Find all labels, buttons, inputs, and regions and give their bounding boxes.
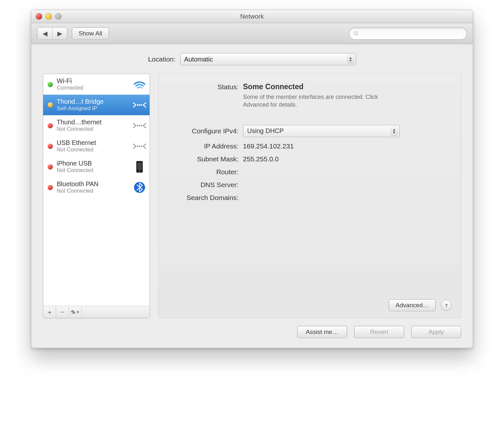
configure-ipv4-value: Using DHCP bbox=[247, 127, 284, 135]
svg-point-10 bbox=[141, 145, 142, 147]
back-button[interactable]: ◀ bbox=[37, 27, 52, 40]
status-dot-icon bbox=[48, 164, 53, 169]
service-name: Thund…t Bridge bbox=[57, 98, 129, 105]
svg-point-3 bbox=[139, 104, 141, 106]
ethernet-icon bbox=[133, 100, 146, 110]
zoom-window-button[interactable] bbox=[55, 13, 62, 20]
service-item[interactable]: iPhone USBNot Connected bbox=[43, 157, 150, 177]
popup-arrows-icon: ▲▼ bbox=[391, 127, 397, 136]
service-name: Wi-Fi bbox=[57, 77, 129, 85]
location-popup[interactable]: Automatic ▲▼ bbox=[180, 53, 356, 65]
subnet-mask-value: 255.255.0.0 bbox=[243, 155, 452, 163]
location-row: Location: Automatic ▲▼ bbox=[43, 53, 461, 65]
service-sidebar: Wi-FiConnectedThund…t BridgeSelf-Assigne… bbox=[43, 74, 150, 318]
minimize-window-button[interactable] bbox=[45, 13, 52, 20]
revert-button[interactable]: Revert bbox=[354, 326, 404, 338]
forward-button[interactable]: ▶ bbox=[52, 27, 67, 40]
dns-server-label: DNS Server: bbox=[168, 181, 243, 189]
service-name: USB Ethernet bbox=[57, 139, 129, 147]
content: Location: Automatic ▲▼ Wi-FiConnectedThu… bbox=[31, 44, 473, 348]
svg-point-9 bbox=[139, 145, 141, 147]
service-status: Self-Assigned IP bbox=[57, 105, 129, 112]
gear-icon bbox=[71, 309, 75, 315]
plus-icon: ＋ bbox=[46, 309, 53, 316]
apply-button[interactable]: Apply bbox=[411, 326, 461, 338]
status-dot-icon bbox=[48, 102, 53, 108]
service-name: Bluetooth PAN bbox=[57, 180, 129, 188]
status-dot-icon bbox=[48, 82, 53, 87]
service-item[interactable]: Bluetooth PANNot Connected bbox=[43, 177, 150, 198]
remove-service-button[interactable]: − bbox=[56, 306, 69, 318]
status-label: Status: bbox=[168, 83, 243, 91]
service-status: Not Connected bbox=[57, 167, 129, 174]
service-name: Thund…thernet bbox=[57, 119, 129, 126]
show-all-button[interactable]: Show All bbox=[72, 27, 109, 40]
service-status: Not Connected bbox=[57, 126, 129, 132]
advanced-button[interactable]: Advanced… bbox=[389, 299, 436, 311]
service-name: iPhone USB bbox=[57, 160, 129, 167]
window: Network ◀ ▶ Show All Location: bbox=[31, 10, 473, 348]
svg-point-5 bbox=[137, 125, 139, 126]
bluetooth-icon bbox=[133, 182, 146, 193]
ethernet-icon bbox=[133, 141, 146, 151]
sidebar-toolbar: ＋ − ▼ bbox=[43, 306, 150, 318]
close-window-button[interactable] bbox=[36, 13, 42, 20]
back-icon: ◀ bbox=[43, 30, 47, 37]
search-field[interactable] bbox=[349, 27, 467, 40]
svg-point-7 bbox=[141, 125, 142, 126]
service-item[interactable]: Wi-FiConnected bbox=[43, 74, 150, 95]
phone-icon bbox=[133, 160, 146, 173]
subnet-mask-label: Subnet Mask: bbox=[168, 155, 243, 163]
status-dot-icon bbox=[48, 185, 53, 190]
svg-point-4 bbox=[141, 104, 142, 106]
configure-ipv4-popup[interactable]: Using DHCP ▲▼ bbox=[243, 125, 400, 137]
service-item[interactable]: Thund…t BridgeSelf-Assigned IP bbox=[43, 95, 150, 115]
ip-address-label: IP Address: bbox=[168, 142, 243, 150]
location-value: Automatic bbox=[184, 56, 213, 63]
status-description: Some of the member interfaces are connec… bbox=[243, 93, 385, 109]
popup-arrows-icon: ▲▼ bbox=[347, 55, 354, 64]
forward-icon: ▶ bbox=[57, 30, 62, 37]
svg-point-0 bbox=[354, 32, 357, 34]
chevron-down-icon: ▼ bbox=[76, 310, 80, 314]
bottom-button-bar: Assist me… Revert Apply bbox=[43, 326, 461, 338]
ip-address-value: 169.254.102.231 bbox=[243, 142, 452, 150]
wifi-icon bbox=[133, 80, 146, 89]
assist-me-button[interactable]: Assist me… bbox=[297, 326, 347, 338]
service-list: Wi-FiConnectedThund…t BridgeSelf-Assigne… bbox=[43, 74, 150, 306]
search-input[interactable] bbox=[361, 30, 463, 37]
ethernet-icon bbox=[133, 121, 146, 130]
search-domains-label: Search Domains: bbox=[168, 194, 243, 202]
service-status: Not Connected bbox=[57, 188, 129, 194]
service-item[interactable]: Thund…thernetNot Connected bbox=[43, 115, 150, 136]
service-actions-button[interactable]: ▼ bbox=[69, 306, 82, 318]
location-label: Location: bbox=[148, 55, 175, 63]
search-icon bbox=[353, 31, 359, 36]
service-item[interactable]: USB EthernetNot Connected bbox=[43, 136, 150, 157]
toolbar: ◀ ▶ Show All bbox=[31, 23, 473, 44]
add-service-button[interactable]: ＋ bbox=[43, 306, 56, 318]
titlebar: Network bbox=[31, 10, 473, 23]
svg-point-8 bbox=[137, 145, 139, 147]
nav-segment: ◀ ▶ bbox=[37, 27, 67, 40]
status-dot-icon bbox=[48, 123, 53, 128]
svg-line-1 bbox=[357, 34, 358, 35]
minus-icon: − bbox=[61, 309, 64, 316]
status-title: Some Connected bbox=[243, 82, 452, 91]
help-button[interactable]: ? bbox=[441, 300, 452, 311]
configure-ipv4-label: Configure IPv4: bbox=[168, 127, 243, 135]
svg-point-13 bbox=[139, 171, 140, 172]
svg-rect-12 bbox=[137, 163, 142, 170]
service-status: Not Connected bbox=[57, 147, 129, 153]
router-label: Router: bbox=[168, 168, 243, 176]
window-title: Network bbox=[240, 13, 264, 20]
service-status: Connected bbox=[57, 85, 129, 91]
status-dot-icon bbox=[48, 144, 53, 149]
svg-point-2 bbox=[137, 104, 139, 106]
detail-pane: Status: Some Connected Some of the membe… bbox=[158, 74, 461, 318]
svg-point-6 bbox=[139, 125, 141, 126]
traffic-lights bbox=[36, 13, 62, 20]
